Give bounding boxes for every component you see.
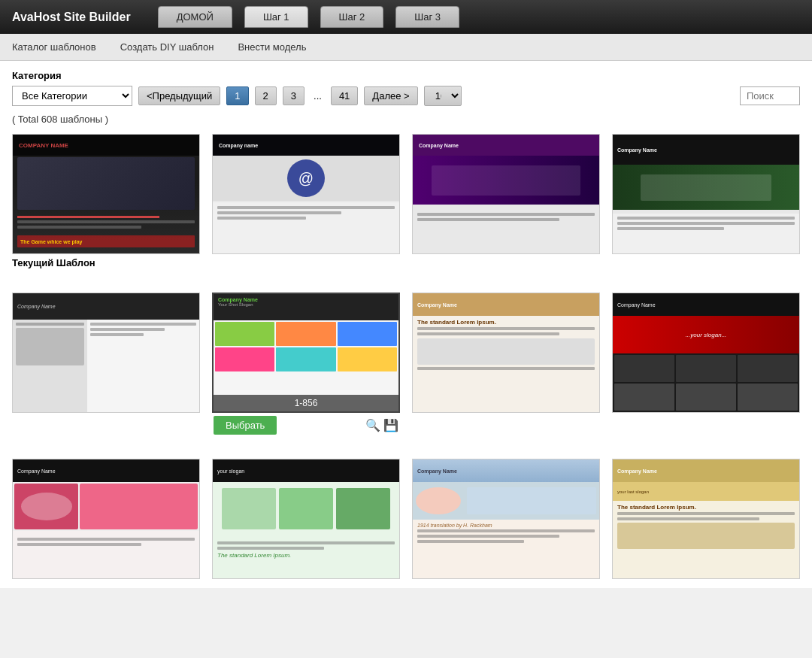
template-item-8[interactable]: Company Name ...your slogan... <box>612 293 800 435</box>
preview-icon-6[interactable]: 🔍 <box>365 418 380 432</box>
category-label: Категория <box>12 70 800 81</box>
template-item-3[interactable]: Company Name <box>412 134 600 268</box>
nav-model[interactable]: Внести модель <box>238 35 306 59</box>
template-item-5[interactable]: Company Name <box>12 293 200 435</box>
download-icon-6[interactable]: 💾 <box>383 418 398 432</box>
page-3-btn[interactable]: 3 <box>283 86 304 105</box>
template-actions-6: 🔍 💾 <box>365 418 398 432</box>
tab-step2[interactable]: Шаг 2 <box>320 6 384 28</box>
next-page-btn[interactable]: Далее > <box>364 86 417 105</box>
search-input[interactable] <box>740 86 800 105</box>
page-41-btn[interactable]: 41 <box>331 86 358 105</box>
filters-row: Все Категории <Предыдущий 1 2 3 ... 41 Д… <box>12 86 800 106</box>
tmpl-header-1: COMPANY NAME <box>13 135 199 156</box>
app-header: AvaHost Site Builder ДОМОЙ Шаг 1 Шаг 2 Ш… <box>0 0 812 34</box>
template-item-6[interactable]: Company Name Your Shot Slogan 1-856 Выбр… <box>212 293 400 435</box>
template-item-7[interactable]: Company Name The standard Lorem Ipsum. <box>412 293 600 435</box>
category-select[interactable]: Все Категории <box>12 86 132 106</box>
template-thumb-1: COMPANY NAME The Game whice we play <box>12 134 200 254</box>
template-thumb-12: Company Name your last slogan The standa… <box>612 459 800 579</box>
main-content: Категория Все Категории <Предыдущий 1 2 … <box>0 61 812 588</box>
template-thumb-6: Company Name Your Shot Slogan 1-856 <box>212 293 400 413</box>
template-thumb-10: your slogan The standard Lorem Ipsum. <box>212 459 400 579</box>
template-item-12[interactable]: Company Name your last slogan The standa… <box>612 459 800 579</box>
tab-step3[interactable]: Шаг 3 <box>395 6 459 28</box>
select-template-btn-6[interactable]: Выбрать <box>214 416 277 435</box>
template-thumb-2: Company name @ <box>212 134 400 254</box>
template-thumb-7: Company Name The standard Lorem Ipsum. <box>412 293 600 413</box>
tmpl-header-3: Company Name <box>413 135 599 156</box>
template-item-4[interactable]: Company Name <box>612 134 800 268</box>
tab-home[interactable]: ДОМОЙ <box>158 6 232 28</box>
template-thumb-9: Company Name <box>12 459 200 579</box>
template-thumb-5: Company Name <box>12 293 200 413</box>
prev-page-btn[interactable]: <Предыдущий <box>138 86 220 105</box>
template-item-9[interactable]: Company Name <box>12 459 200 579</box>
template-overlay-6: 1-856 <box>214 395 398 411</box>
template-item-2[interactable]: Company name @ <box>212 134 400 268</box>
navbar: Каталог шаблонов Создать DIY шаблон Внес… <box>0 34 812 61</box>
tab-step1[interactable]: Шаг 1 <box>244 6 308 28</box>
page-1-btn[interactable]: 1 <box>226 86 248 105</box>
template-item-10[interactable]: your slogan The standard Lorem Ipsum. <box>212 459 400 579</box>
app-title: AvaHost Site Builder <box>12 11 131 24</box>
total-count: ( Total 608 шаблоны ) <box>12 114 800 125</box>
page-dots: ... <box>311 87 325 105</box>
template-item-1[interactable]: COMPANY NAME The Game whice we play Теку… <box>12 134 200 268</box>
tmpl-header-2: Company name <box>213 135 399 156</box>
current-template-label: Текущий Шаблон <box>12 257 200 268</box>
nav-diy[interactable]: Создать DIY шаблон <box>120 35 214 59</box>
page-2-btn[interactable]: 2 <box>255 86 277 105</box>
template-thumb-11: Company Name 1914 translation by H. Rack… <box>412 459 600 579</box>
template-thumb-8: Company Name ...your slogan... <box>612 293 800 413</box>
template-thumb-4: Company Name <box>612 134 800 254</box>
templates-grid: COMPANY NAME The Game whice we play Теку… <box>12 134 800 579</box>
per-page-select[interactable]: 16 <box>424 86 462 106</box>
nav-catalog[interactable]: Каталог шаблонов <box>12 35 96 59</box>
template-item-11[interactable]: Company Name 1914 translation by H. Rack… <box>412 459 600 579</box>
template-thumb-3: Company Name <box>412 134 600 254</box>
